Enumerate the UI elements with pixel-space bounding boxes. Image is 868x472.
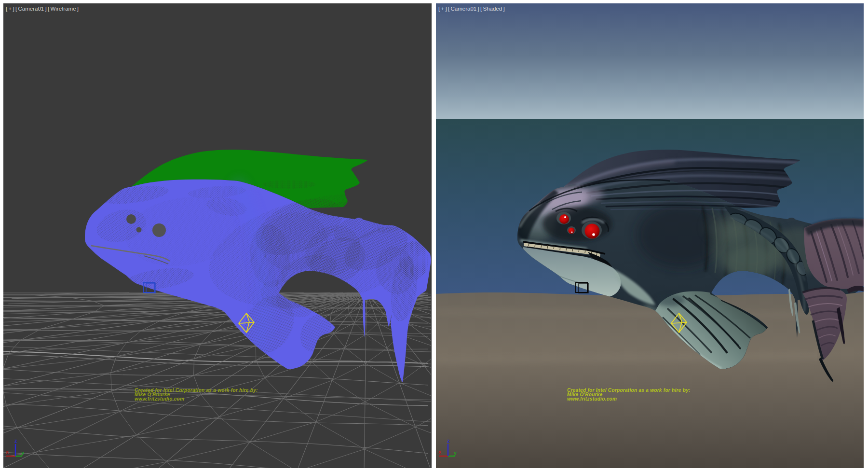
svg-text:y: y [21, 450, 25, 456]
svg-text:www.fritzstudio.com: www.fritzstudio.com [567, 396, 617, 402]
svg-text:[ + ] [ Camera01 ] [ Shaded ]: [ + ] [ Camera01 ] [ Shaded ] [438, 6, 505, 12]
svg-text:y: y [454, 450, 457, 456]
svg-text:www.fritzstudio.com: www.fritzstudio.com [135, 396, 184, 402]
svg-text:[ + ] [ Camera01 ] [ Wireframe: [ + ] [ Camera01 ] [ Wireframe ] [6, 6, 79, 12]
svg-text:z: z [14, 438, 17, 444]
svg-text:x: x [6, 449, 9, 455]
svg-text:z: z [447, 438, 450, 444]
svg-text:x: x [438, 449, 442, 455]
